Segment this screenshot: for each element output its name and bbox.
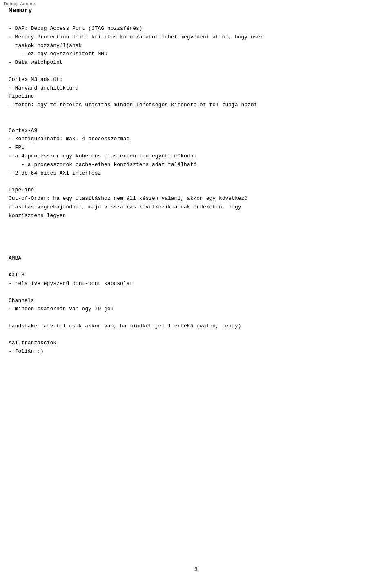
section-title: Memory [9, 7, 32, 14]
header-title: Debug Access [4, 2, 36, 7]
header-bar: Debug Access [0, 0, 392, 8]
content-area: - DAP: Debug Access Port (JTAG hozzáféré… [9, 20, 383, 360]
page-number: 3 [194, 567, 198, 573]
content-text: - DAP: Debug Access Port (JTAG hozzáféré… [9, 25, 383, 356]
